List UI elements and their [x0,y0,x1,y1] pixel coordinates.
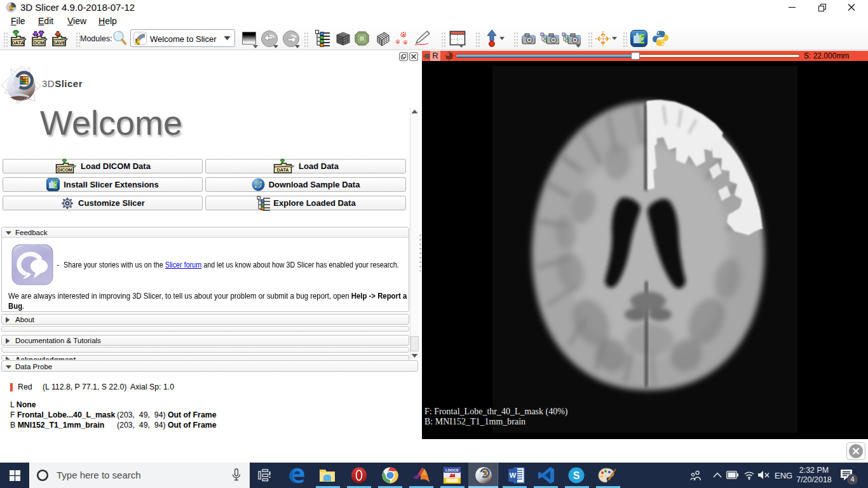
svg-text:S: S [573,470,580,481]
svg-text:DICOM: DICOM [57,168,72,172]
svg-text:LDOCE: LDOCE [445,468,459,472]
svg-text:DATA: DATA [277,167,289,173]
svg-text:SAVE: SAVE [53,40,65,46]
svg-text:W: W [510,471,517,479]
svg-text:DCM: DCM [33,40,44,46]
svg-text:DATA: DATA [11,40,24,46]
